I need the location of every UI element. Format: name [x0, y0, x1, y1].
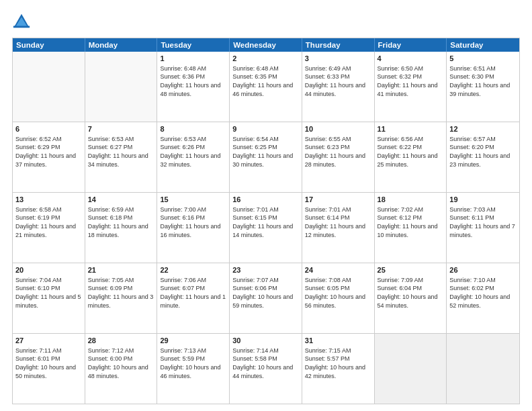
cell-info: Sunrise: 6:48 AM Sunset: 6:35 PM Dayligh…	[232, 64, 299, 98]
day-number: 19	[449, 195, 517, 205]
calendar-cell: 7Sunrise: 6:53 AM Sunset: 6:27 PM Daylig…	[85, 122, 158, 192]
cell-info: Sunrise: 6:51 AM Sunset: 6:30 PM Dayligh…	[449, 64, 517, 98]
calendar-cell: 12Sunrise: 6:57 AM Sunset: 6:20 PM Dayli…	[447, 122, 519, 192]
day-number: 27	[15, 336, 82, 346]
day-number: 16	[232, 195, 299, 205]
cell-info: Sunrise: 7:04 AM Sunset: 6:10 PM Dayligh…	[15, 276, 82, 310]
calendar-cell: 14Sunrise: 6:59 AM Sunset: 6:18 PM Dayli…	[85, 193, 158, 263]
calendar: SundayMondayTuesdayWednesdayThursdayFrid…	[12, 38, 520, 404]
header-day-monday: Monday	[85, 38, 158, 52]
day-number: 13	[15, 195, 82, 205]
cell-info: Sunrise: 7:07 AM Sunset: 6:06 PM Dayligh…	[232, 276, 299, 310]
cell-info: Sunrise: 7:14 AM Sunset: 5:58 PM Dayligh…	[232, 347, 299, 380]
calendar-cell: 11Sunrise: 6:56 AM Sunset: 6:22 PM Dayli…	[375, 122, 447, 192]
cell-info: Sunrise: 7:02 AM Sunset: 6:12 PM Dayligh…	[378, 205, 444, 239]
header-day-wednesday: Wednesday	[230, 38, 302, 52]
calendar-cell: 9Sunrise: 6:54 AM Sunset: 6:25 PM Daylig…	[230, 122, 302, 192]
calendar-cell: 22Sunrise: 7:06 AM Sunset: 6:07 PM Dayli…	[157, 263, 230, 333]
cell-info: Sunrise: 6:53 AM Sunset: 6:26 PM Dayligh…	[160, 135, 226, 169]
header-day-tuesday: Tuesday	[157, 38, 230, 52]
day-number: 23	[232, 265, 299, 275]
calendar-cell: 2Sunrise: 6:48 AM Sunset: 6:35 PM Daylig…	[230, 52, 302, 122]
calendar-cell: 18Sunrise: 7:02 AM Sunset: 6:12 PM Dayli…	[375, 193, 447, 263]
calendar-row-5: 27Sunrise: 7:11 AM Sunset: 6:01 PM Dayli…	[13, 333, 519, 404]
calendar-cell: 10Sunrise: 6:55 AM Sunset: 6:23 PM Dayli…	[302, 122, 375, 192]
header-day-saturday: Saturday	[447, 38, 519, 52]
cell-info: Sunrise: 6:48 AM Sunset: 6:36 PM Dayligh…	[160, 64, 226, 98]
cell-info: Sunrise: 7:00 AM Sunset: 6:16 PM Dayligh…	[160, 205, 226, 239]
page: SundayMondayTuesdayWednesdayThursdayFrid…	[0, 0, 532, 411]
header	[12, 12, 520, 31]
calendar-cell: 1Sunrise: 6:48 AM Sunset: 6:36 PM Daylig…	[157, 52, 230, 122]
calendar-cell: 26Sunrise: 7:10 AM Sunset: 6:02 PM Dayli…	[447, 263, 519, 333]
calendar-cell: 23Sunrise: 7:07 AM Sunset: 6:06 PM Dayli…	[230, 263, 302, 333]
day-number: 17	[305, 195, 371, 205]
day-number: 20	[15, 265, 82, 275]
day-number: 6	[15, 124, 82, 134]
calendar-cell: 4Sunrise: 6:50 AM Sunset: 6:32 PM Daylig…	[375, 52, 447, 122]
day-number: 8	[160, 124, 226, 134]
calendar-row-1: 1Sunrise: 6:48 AM Sunset: 6:36 PM Daylig…	[13, 52, 519, 122]
cell-info: Sunrise: 6:56 AM Sunset: 6:22 PM Dayligh…	[378, 135, 444, 169]
cell-info: Sunrise: 6:55 AM Sunset: 6:23 PM Dayligh…	[305, 135, 371, 169]
day-number: 21	[88, 265, 154, 275]
calendar-cell: 5Sunrise: 6:51 AM Sunset: 6:30 PM Daylig…	[447, 52, 519, 122]
day-number: 29	[160, 336, 226, 346]
calendar-cell: 8Sunrise: 6:53 AM Sunset: 6:26 PM Daylig…	[157, 122, 230, 192]
calendar-row-3: 13Sunrise: 6:58 AM Sunset: 6:19 PM Dayli…	[13, 192, 519, 263]
cell-info: Sunrise: 6:54 AM Sunset: 6:25 PM Dayligh…	[232, 135, 299, 169]
day-number: 26	[449, 265, 517, 275]
day-number: 4	[378, 54, 444, 64]
cell-info: Sunrise: 7:13 AM Sunset: 5:59 PM Dayligh…	[160, 347, 226, 380]
calendar-row-2: 6Sunrise: 6:52 AM Sunset: 6:29 PM Daylig…	[13, 122, 519, 192]
cell-info: Sunrise: 6:53 AM Sunset: 6:27 PM Dayligh…	[88, 135, 154, 169]
calendar-body: 1Sunrise: 6:48 AM Sunset: 6:36 PM Daylig…	[13, 52, 519, 404]
svg-rect-2	[13, 26, 30, 28]
calendar-cell: 15Sunrise: 7:00 AM Sunset: 6:16 PM Dayli…	[157, 193, 230, 263]
calendar-cell: 28Sunrise: 7:12 AM Sunset: 6:00 PM Dayli…	[85, 334, 158, 404]
day-number: 28	[88, 336, 154, 346]
calendar-cell: 20Sunrise: 7:04 AM Sunset: 6:10 PM Dayli…	[13, 263, 85, 333]
day-number: 11	[378, 124, 444, 134]
cell-info: Sunrise: 7:15 AM Sunset: 5:57 PM Dayligh…	[305, 347, 371, 380]
calendar-cell: 24Sunrise: 7:08 AM Sunset: 6:05 PM Dayli…	[302, 263, 375, 333]
day-number: 25	[378, 265, 444, 275]
calendar-cell: 27Sunrise: 7:11 AM Sunset: 6:01 PM Dayli…	[13, 334, 85, 404]
cell-info: Sunrise: 7:09 AM Sunset: 6:04 PM Dayligh…	[378, 276, 444, 310]
calendar-cell: 29Sunrise: 7:13 AM Sunset: 5:59 PM Dayli…	[157, 334, 230, 404]
calendar-cell	[447, 334, 519, 404]
header-day-sunday: Sunday	[13, 38, 85, 52]
day-number: 5	[449, 54, 517, 64]
cell-info: Sunrise: 7:12 AM Sunset: 6:00 PM Dayligh…	[88, 347, 154, 380]
day-number: 9	[232, 124, 299, 134]
day-number: 7	[88, 124, 154, 134]
day-number: 1	[160, 54, 226, 64]
cell-info: Sunrise: 7:06 AM Sunset: 6:07 PM Dayligh…	[160, 276, 226, 310]
calendar-cell	[85, 52, 158, 122]
day-number: 10	[305, 124, 371, 134]
calendar-cell	[375, 334, 447, 404]
calendar-cell: 17Sunrise: 7:01 AM Sunset: 6:14 PM Dayli…	[302, 193, 375, 263]
day-number: 2	[232, 54, 299, 64]
calendar-cell: 25Sunrise: 7:09 AM Sunset: 6:04 PM Dayli…	[375, 263, 447, 333]
day-number: 3	[305, 54, 371, 64]
calendar-cell: 3Sunrise: 6:49 AM Sunset: 6:33 PM Daylig…	[302, 52, 375, 122]
cell-info: Sunrise: 6:59 AM Sunset: 6:18 PM Dayligh…	[88, 205, 154, 239]
cell-info: Sunrise: 6:49 AM Sunset: 6:33 PM Dayligh…	[305, 64, 371, 98]
cell-info: Sunrise: 7:03 AM Sunset: 6:11 PM Dayligh…	[449, 205, 517, 239]
logo-icon	[12, 12, 31, 31]
cell-info: Sunrise: 7:08 AM Sunset: 6:05 PM Dayligh…	[305, 276, 371, 310]
header-day-friday: Friday	[375, 38, 447, 52]
cell-info: Sunrise: 7:11 AM Sunset: 6:01 PM Dayligh…	[15, 347, 82, 380]
calendar-cell: 13Sunrise: 6:58 AM Sunset: 6:19 PM Dayli…	[13, 193, 85, 263]
cell-info: Sunrise: 6:58 AM Sunset: 6:19 PM Dayligh…	[15, 205, 82, 239]
calendar-header: SundayMondayTuesdayWednesdayThursdayFrid…	[13, 38, 519, 52]
cell-info: Sunrise: 7:05 AM Sunset: 6:09 PM Dayligh…	[88, 276, 154, 310]
header-day-thursday: Thursday	[302, 38, 375, 52]
calendar-cell: 30Sunrise: 7:14 AM Sunset: 5:58 PM Dayli…	[230, 334, 302, 404]
calendar-cell: 31Sunrise: 7:15 AM Sunset: 5:57 PM Dayli…	[302, 334, 375, 404]
day-number: 14	[88, 195, 154, 205]
day-number: 12	[449, 124, 517, 134]
cell-info: Sunrise: 7:10 AM Sunset: 6:02 PM Dayligh…	[449, 276, 517, 310]
cell-info: Sunrise: 7:01 AM Sunset: 6:15 PM Dayligh…	[232, 205, 299, 239]
